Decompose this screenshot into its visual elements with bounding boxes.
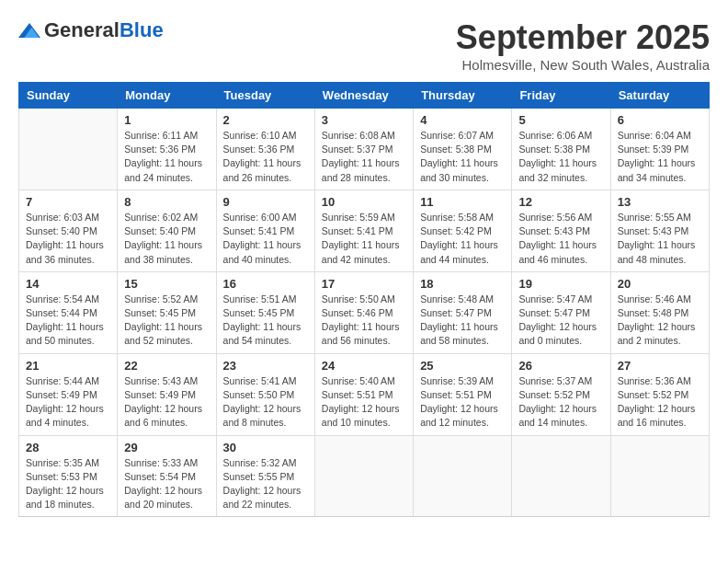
- day-info: Sunrise: 6:07 AM Sunset: 5:38 PM Dayligh…: [420, 129, 505, 185]
- weekday-header-tuesday: Tuesday: [216, 83, 314, 109]
- week-row-3: 14Sunrise: 5:54 AM Sunset: 5:44 PM Dayli…: [19, 271, 710, 353]
- weekday-header-saturday: Saturday: [610, 83, 709, 109]
- calendar-cell: [610, 435, 709, 517]
- day-info: Sunrise: 5:43 AM Sunset: 5:49 PM Dayligh…: [124, 374, 209, 431]
- day-number: 3: [322, 113, 406, 127]
- day-number: 14: [26, 277, 110, 291]
- day-number: 20: [618, 277, 702, 291]
- day-info: Sunrise: 5:48 AM Sunset: 5:47 PM Dayligh…: [420, 293, 505, 349]
- logo: GeneralBlue: [18, 18, 164, 42]
- day-number: 6: [618, 113, 702, 127]
- day-number: 4: [420, 113, 505, 127]
- day-number: 9: [223, 195, 308, 209]
- day-number: 1: [124, 113, 209, 127]
- calendar-cell: 3Sunrise: 6:08 AM Sunset: 5:37 PM Daylig…: [314, 109, 413, 190]
- calendar-cell: 14Sunrise: 5:54 AM Sunset: 5:44 PM Dayli…: [19, 271, 118, 353]
- day-info: Sunrise: 6:10 AM Sunset: 5:36 PM Dayligh…: [223, 129, 308, 185]
- weekday-header-sunday: Sunday: [19, 83, 118, 109]
- calendar-cell: 20Sunrise: 5:46 AM Sunset: 5:48 PM Dayli…: [610, 271, 709, 353]
- day-info: Sunrise: 5:36 AM Sunset: 5:52 PM Dayligh…: [618, 374, 702, 431]
- day-number: 25: [420, 359, 505, 373]
- day-number: 17: [322, 277, 406, 291]
- calendar-cell: 8Sunrise: 6:02 AM Sunset: 5:40 PM Daylig…: [118, 190, 216, 271]
- calendar-cell: 30Sunrise: 5:32 AM Sunset: 5:55 PM Dayli…: [216, 435, 314, 517]
- day-number: 23: [223, 359, 308, 373]
- header: GeneralBlue September 2025 Holmesville, …: [18, 18, 710, 73]
- day-info: Sunrise: 5:35 AM Sunset: 5:53 PM Dayligh…: [26, 456, 110, 512]
- day-info: Sunrise: 5:58 AM Sunset: 5:42 PM Dayligh…: [420, 211, 505, 267]
- calendar-cell: 27Sunrise: 5:36 AM Sunset: 5:52 PM Dayli…: [610, 353, 709, 435]
- weekday-header-row: SundayMondayTuesdayWednesdayThursdayFrid…: [19, 83, 710, 109]
- week-row-2: 7Sunrise: 6:03 AM Sunset: 5:40 PM Daylig…: [19, 190, 710, 271]
- logo-blue: Blue: [119, 18, 164, 41]
- calendar-cell: 1Sunrise: 6:11 AM Sunset: 5:36 PM Daylig…: [118, 109, 216, 190]
- day-info: Sunrise: 5:46 AM Sunset: 5:48 PM Dayligh…: [618, 293, 702, 349]
- calendar-cell: 10Sunrise: 5:59 AM Sunset: 5:41 PM Dayli…: [314, 190, 413, 271]
- day-info: Sunrise: 6:08 AM Sunset: 5:37 PM Dayligh…: [322, 129, 406, 185]
- calendar-cell: 18Sunrise: 5:48 AM Sunset: 5:47 PM Dayli…: [414, 271, 512, 353]
- calendar-cell: [414, 435, 512, 517]
- day-number: 19: [518, 277, 603, 291]
- calendar-cell: [512, 435, 610, 517]
- calendar-cell: 7Sunrise: 6:03 AM Sunset: 5:40 PM Daylig…: [19, 190, 118, 271]
- weekday-header-wednesday: Wednesday: [314, 83, 413, 109]
- calendar: SundayMondayTuesdayWednesdayThursdayFrid…: [18, 82, 710, 517]
- weekday-header-friday: Friday: [512, 83, 610, 109]
- calendar-cell: 9Sunrise: 6:00 AM Sunset: 5:41 PM Daylig…: [216, 190, 314, 271]
- calendar-cell: 23Sunrise: 5:41 AM Sunset: 5:50 PM Dayli…: [216, 353, 314, 435]
- day-info: Sunrise: 6:06 AM Sunset: 5:38 PM Dayligh…: [518, 129, 603, 185]
- day-info: Sunrise: 5:55 AM Sunset: 5:43 PM Dayligh…: [618, 211, 702, 267]
- month-title: September 2025: [456, 18, 710, 57]
- calendar-cell: 16Sunrise: 5:51 AM Sunset: 5:45 PM Dayli…: [216, 271, 314, 353]
- day-info: Sunrise: 5:39 AM Sunset: 5:51 PM Dayligh…: [420, 374, 505, 431]
- calendar-cell: 26Sunrise: 5:37 AM Sunset: 5:52 PM Dayli…: [512, 353, 610, 435]
- day-info: Sunrise: 5:54 AM Sunset: 5:44 PM Dayligh…: [26, 293, 110, 349]
- calendar-cell: 4Sunrise: 6:07 AM Sunset: 5:38 PM Daylig…: [414, 109, 512, 190]
- day-info: Sunrise: 5:52 AM Sunset: 5:45 PM Dayligh…: [124, 293, 209, 349]
- logo-general: General: [44, 18, 119, 41]
- day-number: 22: [124, 359, 209, 373]
- day-number: 15: [124, 277, 209, 291]
- day-info: Sunrise: 5:59 AM Sunset: 5:41 PM Dayligh…: [322, 211, 406, 267]
- calendar-cell: 29Sunrise: 5:33 AM Sunset: 5:54 PM Dayli…: [118, 435, 216, 517]
- day-number: 2: [223, 113, 308, 127]
- day-number: 29: [124, 441, 209, 454]
- calendar-cell: 6Sunrise: 6:04 AM Sunset: 5:39 PM Daylig…: [610, 109, 709, 190]
- day-info: Sunrise: 6:03 AM Sunset: 5:40 PM Dayligh…: [26, 211, 110, 267]
- calendar-cell: 19Sunrise: 5:47 AM Sunset: 5:47 PM Dayli…: [512, 271, 610, 353]
- day-number: 18: [420, 277, 505, 291]
- title-area: September 2025 Holmesville, New South Wa…: [456, 18, 710, 73]
- calendar-cell: 5Sunrise: 6:06 AM Sunset: 5:38 PM Daylig…: [512, 109, 610, 190]
- day-number: 5: [518, 113, 603, 127]
- day-info: Sunrise: 5:47 AM Sunset: 5:47 PM Dayligh…: [518, 293, 603, 349]
- day-info: Sunrise: 6:00 AM Sunset: 5:41 PM Dayligh…: [223, 211, 308, 267]
- calendar-cell: 22Sunrise: 5:43 AM Sunset: 5:49 PM Dayli…: [118, 353, 216, 435]
- day-info: Sunrise: 5:41 AM Sunset: 5:50 PM Dayligh…: [223, 374, 308, 431]
- day-info: Sunrise: 5:56 AM Sunset: 5:43 PM Dayligh…: [518, 211, 603, 267]
- calendar-cell: [314, 435, 413, 517]
- calendar-cell: 28Sunrise: 5:35 AM Sunset: 5:53 PM Dayli…: [19, 435, 118, 517]
- day-number: 13: [618, 195, 702, 209]
- day-number: 7: [26, 195, 110, 209]
- day-info: Sunrise: 5:51 AM Sunset: 5:45 PM Dayligh…: [223, 293, 308, 349]
- calendar-cell: 24Sunrise: 5:40 AM Sunset: 5:51 PM Dayli…: [314, 353, 413, 435]
- day-number: 30: [223, 441, 308, 454]
- day-number: 27: [618, 359, 702, 373]
- calendar-cell: 2Sunrise: 6:10 AM Sunset: 5:36 PM Daylig…: [216, 109, 314, 190]
- day-number: 10: [322, 195, 406, 209]
- day-number: 12: [518, 195, 603, 209]
- weekday-header-thursday: Thursday: [414, 83, 512, 109]
- day-number: 11: [420, 195, 505, 209]
- calendar-cell: 17Sunrise: 5:50 AM Sunset: 5:46 PM Dayli…: [314, 271, 413, 353]
- week-row-5: 28Sunrise: 5:35 AM Sunset: 5:53 PM Dayli…: [19, 435, 710, 517]
- day-info: Sunrise: 5:37 AM Sunset: 5:52 PM Dayligh…: [518, 374, 603, 431]
- day-info: Sunrise: 6:04 AM Sunset: 5:39 PM Dayligh…: [618, 129, 702, 185]
- day-info: Sunrise: 5:40 AM Sunset: 5:51 PM Dayligh…: [322, 374, 406, 431]
- day-number: 21: [26, 359, 110, 373]
- day-info: Sunrise: 5:44 AM Sunset: 5:49 PM Dayligh…: [26, 374, 110, 431]
- calendar-cell: 21Sunrise: 5:44 AM Sunset: 5:49 PM Dayli…: [19, 353, 118, 435]
- weekday-header-monday: Monday: [118, 83, 216, 109]
- day-number: 24: [322, 359, 406, 373]
- day-info: Sunrise: 6:02 AM Sunset: 5:40 PM Dayligh…: [124, 211, 209, 267]
- calendar-cell: 13Sunrise: 5:55 AM Sunset: 5:43 PM Dayli…: [610, 190, 709, 271]
